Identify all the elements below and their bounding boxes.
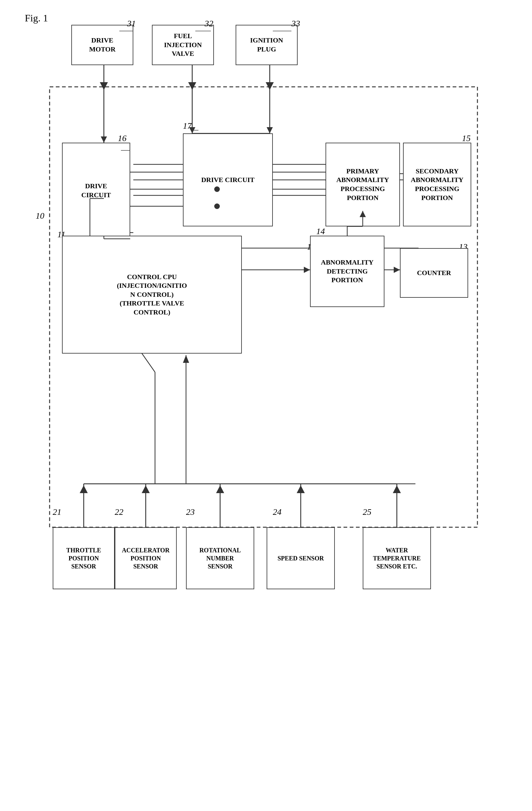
ref-25: 25 xyxy=(363,507,371,517)
abnormality-detecting-box: ABNORMALITYDETECTINGPORTION xyxy=(310,236,385,307)
svg-marker-37 xyxy=(142,485,150,493)
counter-box: COUNTER xyxy=(400,248,468,298)
svg-marker-69 xyxy=(183,355,189,363)
ignition-plug-box: IGNITIONPLUG xyxy=(236,25,298,65)
svg-marker-58 xyxy=(394,267,400,273)
ref-10: 10 xyxy=(36,211,44,221)
ref-23: 23 xyxy=(186,507,195,517)
accelerator-position-sensor-box: ACCELERATORPOSITIONSENSOR xyxy=(115,527,177,589)
svg-marker-34 xyxy=(188,82,196,90)
drive-motor-box: DRIVEMOTOR xyxy=(71,25,133,65)
water-temperature-sensor-box: WATERTEMPERATURESENSOR ETC. xyxy=(363,527,431,589)
svg-marker-33 xyxy=(100,82,108,90)
svg-marker-75 xyxy=(267,127,273,133)
svg-marker-78 xyxy=(217,485,223,493)
svg-marker-36 xyxy=(80,485,88,493)
secondary-abnormality-box: SECONDARYABNORMALITYPROCESSINGPORTION xyxy=(403,143,471,226)
rotational-number-sensor-box: ROTATIONALNUMBERSENSOR xyxy=(186,527,254,589)
ref-32: 32 xyxy=(205,19,213,29)
svg-marker-52 xyxy=(304,267,310,273)
svg-marker-39 xyxy=(297,485,305,493)
svg-marker-79 xyxy=(298,485,304,493)
primary-abnormality-box: PRIMARYABNORMALITYPROCESSINGPORTION xyxy=(326,143,400,226)
ref-31: 31 xyxy=(127,19,136,29)
ref-17: 17 xyxy=(183,121,192,131)
svg-marker-77 xyxy=(143,485,149,493)
ref-14: 14 xyxy=(316,226,325,236)
svg-marker-40 xyxy=(393,485,401,493)
ref-15: 15 xyxy=(462,133,471,143)
speed-sensor-box: SPEED SENSOR xyxy=(267,527,335,589)
ref-21: 21 xyxy=(53,507,61,517)
fuel-injection-valve-box: FUEL INJECTIONVALVE xyxy=(152,25,214,65)
control-cpu-box: CONTROL CPU(INJECTION/IGNITION CONTROL)(… xyxy=(62,236,242,354)
figure-label: Fig. 1 xyxy=(25,12,48,24)
throttle-position-sensor-box: THROTTLEPOSITIONSENSOR xyxy=(53,527,115,589)
svg-marker-71 xyxy=(101,136,107,143)
ref-22: 22 xyxy=(115,507,123,517)
svg-marker-76 xyxy=(81,485,87,493)
svg-marker-35 xyxy=(266,82,274,90)
drive-circuit-16-box: DRIVECIRCUIT xyxy=(62,143,130,239)
svg-marker-38 xyxy=(216,485,224,493)
ref-33: 33 xyxy=(292,19,300,29)
drive-circuit-17-box: DRIVE CIRCUIT xyxy=(183,133,273,226)
svg-marker-80 xyxy=(394,485,400,493)
ref-16: 16 xyxy=(118,133,126,143)
ref-24: 24 xyxy=(273,507,282,517)
